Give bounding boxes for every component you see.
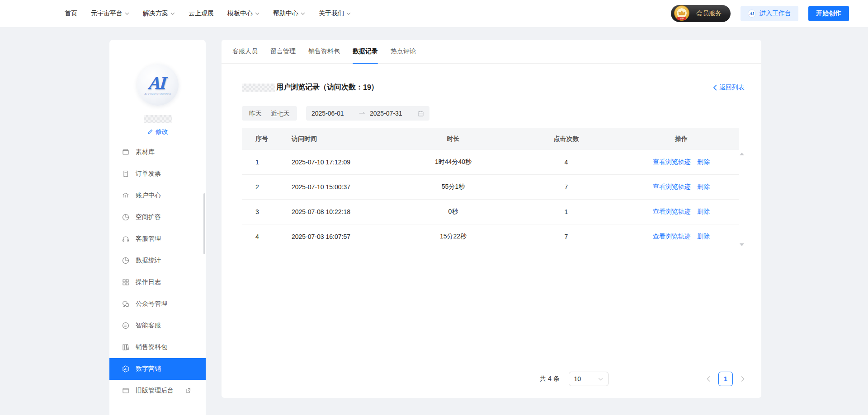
- arrow-right-icon: [359, 112, 365, 115]
- svg-text:AI: AI: [749, 11, 754, 16]
- column-header-clicks: 点击次数: [509, 135, 624, 143]
- sidebar-item-space-expansion[interactable]: 空间扩容: [109, 206, 206, 228]
- edit-profile-link[interactable]: 修改: [109, 128, 206, 136]
- start-creating-button[interactable]: 开始创作: [808, 6, 849, 21]
- delete-link[interactable]: 删除: [697, 208, 710, 216]
- records-table: 序号 访问时间 时长 点击次数 操作 1 2025-07-10 17:12:09…: [242, 128, 745, 249]
- cell-clicks: 7: [509, 233, 624, 240]
- back-to-list-link[interactable]: 返回列表: [713, 84, 745, 92]
- cell-duration: 1时44分40秒: [398, 158, 509, 166]
- page-size-value: 10: [574, 375, 581, 382]
- date-range-picker[interactable]: 2025-06-01 2025-07-31: [306, 106, 429, 121]
- scroll-down-button[interactable]: [739, 242, 745, 247]
- box-icon: [122, 148, 130, 156]
- books-icon: [122, 343, 130, 351]
- nav-item-about-us[interactable]: 关于我们: [319, 9, 351, 18]
- topbar-actions: VIP 会员服务 AI 进入工作台 开始创作: [671, 0, 849, 27]
- pie-chart-icon: [122, 256, 130, 265]
- cell-duration: 15分22秒: [398, 233, 509, 241]
- last-7-days-button[interactable]: 近七天: [266, 106, 294, 121]
- page-1-button[interactable]: 1: [718, 372, 733, 386]
- sidebar-item-material-library[interactable]: 素材库: [109, 148, 206, 163]
- yesterday-button[interactable]: 昨天: [245, 106, 266, 121]
- sidebar-item-official-account-management[interactable]: 公众号管理: [109, 293, 206, 315]
- tab-content: 用户浏览记录（访问次数： 19 ） 返回列表 昨天 近七天 2025-06-01: [222, 83, 761, 249]
- avatar[interactable]: AI AI Cloud Exhibition: [137, 64, 179, 106]
- nav-item-cloud-exhibition[interactable]: 云上观展: [189, 9, 214, 18]
- sidebar-item-label: 公众号管理: [136, 300, 167, 308]
- next-page-button[interactable]: [741, 376, 745, 382]
- cell-clicks: 7: [509, 183, 624, 191]
- sidebar-item-order-invoice[interactable]: 订单发票: [109, 163, 206, 185]
- member-service-badge[interactable]: VIP 会员服务: [671, 5, 731, 22]
- tab-label: 留言管理: [270, 47, 296, 56]
- table-row: 2 2025-07-10 15:00:37 55分1秒 7 查看浏览轨迹删除: [242, 175, 739, 200]
- sidebar-item-operation-log[interactable]: 操作日志: [109, 271, 206, 293]
- view-track-link[interactable]: 查看浏览轨迹: [653, 158, 691, 166]
- visit-count: 19: [363, 84, 371, 92]
- browser-window-icon: [122, 387, 130, 395]
- nav-item-solutions[interactable]: 解决方案: [143, 9, 175, 18]
- pagination: 共 4 条 10 1: [222, 372, 761, 386]
- nav-item-metaverse-platform[interactable]: 元宇宙平台: [91, 9, 129, 18]
- tab-message-management[interactable]: 留言管理: [270, 40, 296, 63]
- tab-label: 客服人员: [232, 47, 258, 56]
- nav-label: 模板中心: [227, 9, 253, 18]
- sidebar-item-sales-package[interactable]: 销售资料包: [109, 336, 206, 358]
- chevron-left-icon: [713, 84, 717, 91]
- cell-no: 2: [242, 183, 278, 191]
- sidebar-item-customer-service-management[interactable]: 客服管理: [109, 228, 206, 250]
- prev-page-button[interactable]: [707, 376, 710, 382]
- tab-data-records[interactable]: 数据记录: [353, 40, 378, 63]
- view-track-link[interactable]: 查看浏览轨迹: [653, 233, 691, 241]
- nav-item-home[interactable]: 首页: [65, 9, 77, 18]
- sidebar-item-label: 旧版管理后台: [136, 387, 174, 395]
- table-row: 4 2025-07-03 16:07:57 15分22秒 7 查看浏览轨迹删除: [242, 224, 739, 249]
- sidebar-scrollbar[interactable]: [203, 193, 205, 254]
- sidebar-item-label: 订单发票: [136, 170, 161, 178]
- page-size-select[interactable]: 10: [569, 372, 609, 386]
- sidebar-item-label: 数字营销: [136, 365, 161, 373]
- delete-link[interactable]: 删除: [697, 233, 710, 241]
- sidebar-item-smart-customer-service[interactable]: 智能客服: [109, 315, 206, 336]
- nav-item-help-center[interactable]: 帮助中心: [273, 9, 305, 18]
- avatar-caption: AI Cloud Exhibition: [144, 93, 171, 96]
- headphones-icon: [122, 235, 130, 243]
- tab-sales-package[interactable]: 销售资料包: [308, 40, 340, 63]
- edit-label: 修改: [156, 128, 168, 136]
- delete-link[interactable]: 删除: [697, 183, 710, 191]
- view-track-link[interactable]: 查看浏览轨迹: [653, 183, 691, 191]
- sidebar-item-data-statistics[interactable]: 数据统计: [109, 250, 206, 271]
- sidebar-item-label: 客服管理: [136, 235, 161, 243]
- delete-link[interactable]: 删除: [697, 158, 710, 166]
- table-body: 1 2025-07-10 17:12:09 1时44分40秒 4 查看浏览轨迹删…: [242, 150, 745, 249]
- sidebar-item-label: 智能客服: [136, 322, 161, 330]
- pie-chart-icon: [122, 213, 130, 221]
- cell-visit-time: 2025-07-10 15:00:37: [278, 183, 398, 191]
- tab-bar: 客服人员 留言管理 销售资料包 数据记录 热点评论: [222, 40, 761, 64]
- tab-customer-staff[interactable]: 客服人员: [232, 40, 258, 63]
- start-date-value[interactable]: 2025-06-01: [311, 110, 354, 117]
- tab-hot-comments[interactable]: 热点评论: [391, 40, 416, 63]
- external-link-icon: [185, 387, 191, 394]
- end-date-value[interactable]: 2025-07-31: [370, 110, 413, 117]
- nav-label: 云上观展: [189, 9, 214, 18]
- nav-item-template-center[interactable]: 模板中心: [227, 9, 259, 18]
- cell-no: 3: [242, 208, 278, 215]
- nav-label: 帮助中心: [273, 9, 298, 18]
- message-icon: [122, 322, 130, 330]
- sidebar-item-account-center[interactable]: 账户中心: [109, 185, 206, 206]
- nav-label: 元宇宙平台: [91, 9, 123, 18]
- cell-duration: 55分1秒: [398, 183, 509, 191]
- sidebar-item-label: 素材库: [136, 148, 155, 156]
- scroll-up-button[interactable]: [739, 151, 745, 157]
- cell-no: 4: [242, 233, 278, 240]
- enter-workspace-button[interactable]: AI 进入工作台: [741, 6, 798, 21]
- cell-visit-time: 2025-07-08 10:22:18: [278, 208, 398, 215]
- view-track-link[interactable]: 查看浏览轨迹: [653, 208, 691, 216]
- sidebar-item-digital-marketing[interactable]: 数字营销: [109, 358, 206, 380]
- back-label: 返回列表: [719, 84, 745, 92]
- column-header-visit-time: 访问时间: [278, 135, 398, 143]
- sidebar-item-legacy-admin[interactable]: 旧版管理后台: [109, 380, 206, 401]
- tab-label: 热点评论: [391, 47, 416, 56]
